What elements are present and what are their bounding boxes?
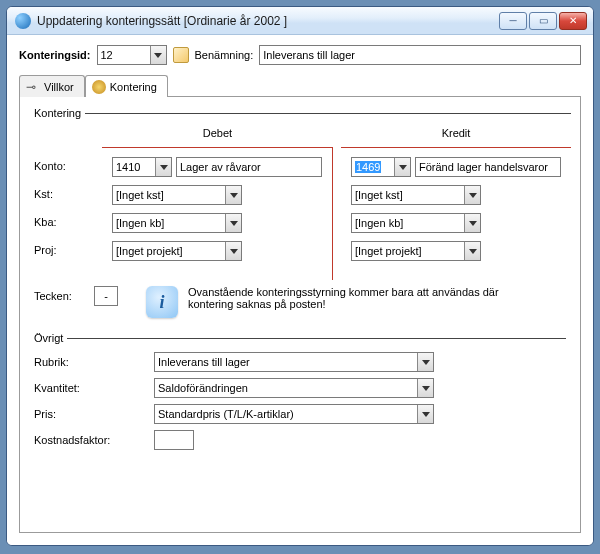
- kostnadsfaktor-input[interactable]: [154, 430, 194, 450]
- app-window: Uppdatering konteringssätt [Ordinarie år…: [6, 6, 594, 546]
- window-title: Uppdatering konteringssätt [Ordinarie år…: [37, 14, 499, 28]
- chevron-down-icon[interactable]: [225, 242, 241, 260]
- konto-label: Konto:: [34, 155, 94, 177]
- side-labels: Konto: Kst: Kba: Proj:: [34, 147, 94, 267]
- chevron-down-icon[interactable]: [394, 158, 410, 176]
- debet-proj-combo[interactable]: [Inget projekt]: [112, 241, 242, 261]
- debet-column: 1410 [Inget kst]: [102, 147, 333, 280]
- kostnadsfaktor-label: Kostnadsfaktor:: [34, 434, 154, 446]
- kredit-proj-combo[interactable]: [Inget projekt]: [351, 241, 481, 261]
- kst-label: Kst:: [34, 183, 94, 205]
- tecken-row: Tecken: - Ovanstående konteringsstyrning…: [34, 286, 571, 318]
- konteringsid-combo[interactable]: 12: [97, 45, 167, 65]
- rubrik-label: Rubrik:: [34, 356, 154, 368]
- debet-kba-combo[interactable]: [Ingen kb]: [112, 213, 242, 233]
- chevron-down-icon[interactable]: [225, 186, 241, 204]
- minimize-button[interactable]: ─: [499, 12, 527, 30]
- kredit-kba-combo[interactable]: [Ingen kb]: [351, 213, 481, 233]
- tab-villkor[interactable]: Villkor: [19, 75, 85, 97]
- kredit-header: Kredit: [341, 125, 571, 147]
- pris-label: Pris:: [34, 408, 154, 420]
- chevron-down-icon[interactable]: [150, 46, 166, 64]
- tecken-value[interactable]: -: [94, 286, 118, 306]
- kredit-column: 1469 [Inget kst]: [341, 147, 571, 280]
- chevron-down-icon[interactable]: [464, 186, 480, 204]
- konteringsid-value: 12: [101, 49, 113, 61]
- chevron-down-icon[interactable]: [464, 242, 480, 260]
- gear-icon: [92, 80, 106, 94]
- tabstrip: Villkor Kontering: [19, 75, 581, 97]
- kvantitet-label: Kvantitet:: [34, 382, 154, 394]
- kvantitet-combo[interactable]: Saldoförändringen: [154, 378, 434, 398]
- header-row: Konteringsid: 12 Benämning:: [19, 45, 581, 65]
- chevron-down-icon[interactable]: [417, 405, 433, 423]
- debet-konto-name[interactable]: [176, 157, 322, 177]
- titlebar: Uppdatering konteringssätt [Ordinarie år…: [7, 7, 593, 35]
- maximize-button[interactable]: ▭: [529, 12, 557, 30]
- rubrik-combo[interactable]: Inleverans till lager: [154, 352, 434, 372]
- pris-combo[interactable]: Standardpris (T/L/K-artiklar): [154, 404, 434, 424]
- chevron-down-icon[interactable]: [225, 214, 241, 232]
- tecken-label: Tecken:: [34, 286, 94, 302]
- proj-label: Proj:: [34, 239, 94, 261]
- tab-kontering-label: Kontering: [110, 81, 157, 93]
- chevron-down-icon[interactable]: [155, 158, 171, 176]
- tab-villkor-label: Villkor: [44, 81, 74, 93]
- kontering-group: Kontering Debet Kredit Konto: Kst: Kba: …: [34, 107, 571, 318]
- debet-konto-code[interactable]: 1410: [112, 157, 172, 177]
- benamnning-input[interactable]: [259, 45, 581, 65]
- debet-header: Debet: [102, 125, 333, 147]
- kredit-kst-combo[interactable]: [Inget kst]: [351, 185, 481, 205]
- kontering-columns: Debet Kredit Konto: Kst: Kba: Proj: 1410: [34, 125, 571, 280]
- info-text: Ovanstående konteringsstyrning kommer ba…: [188, 286, 508, 310]
- tab-kontering[interactable]: Kontering: [85, 75, 168, 97]
- tab-panel: Kontering Debet Kredit Konto: Kst: Kba: …: [19, 96, 581, 533]
- key-icon: [26, 80, 40, 94]
- konteringsid-label: Konteringsid:: [19, 49, 91, 61]
- chevron-down-icon[interactable]: [417, 353, 433, 371]
- chevron-down-icon[interactable]: [417, 379, 433, 397]
- kredit-konto-name[interactable]: [415, 157, 561, 177]
- kontering-legend: Kontering: [34, 107, 85, 119]
- ovrigt-group: Övrigt Rubrik: Inleverans till lager Kva…: [34, 332, 566, 450]
- ovrigt-legend: Övrigt: [34, 332, 67, 344]
- chevron-down-icon[interactable]: [464, 214, 480, 232]
- debet-kst-combo[interactable]: [Inget kst]: [112, 185, 242, 205]
- app-icon: [15, 13, 31, 29]
- tag-icon: [173, 47, 189, 63]
- info-icon: [146, 286, 178, 318]
- close-button[interactable]: ✕: [559, 12, 587, 30]
- client-area: Konteringsid: 12 Benämning: Villkor Kont…: [7, 35, 593, 545]
- window-buttons: ─ ▭ ✕: [499, 12, 587, 30]
- benamnning-label: Benämning:: [195, 49, 254, 61]
- kba-label: Kba:: [34, 211, 94, 233]
- kredit-konto-code[interactable]: 1469: [351, 157, 411, 177]
